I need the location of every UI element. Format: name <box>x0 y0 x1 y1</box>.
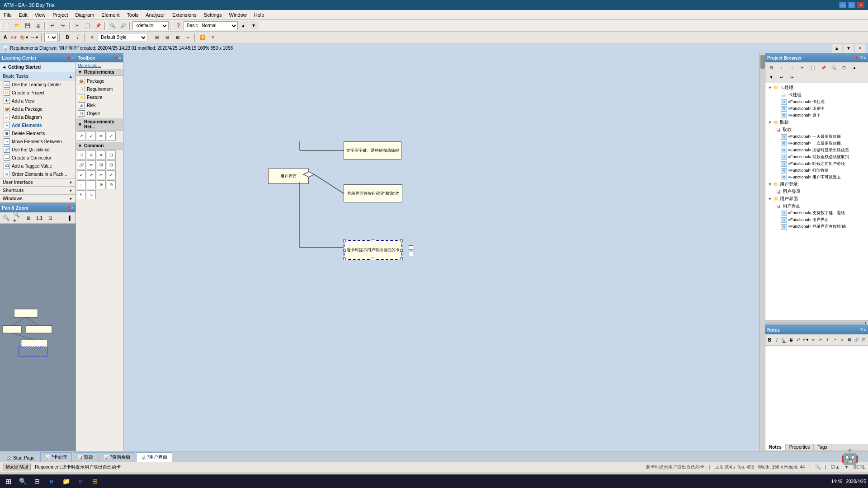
element-style-dropdown[interactable]: Default Style <box>98 33 147 42</box>
diag-tb-font-color[interactable]: A▼ <box>9 33 19 42</box>
requirements-section-header[interactable]: ▼ Requirements <box>76 69 123 76</box>
tb-common-17[interactable]: ↖ <box>77 190 86 199</box>
ext-ctrl-2[interactable] <box>409 252 413 256</box>
pz-zoom-out[interactable]: 🔍- <box>2 213 12 222</box>
tb-object[interactable]: ◻ Object <box>77 109 122 117</box>
resize-nw[interactable] <box>343 239 346 242</box>
tb-help[interactable]: ❓ <box>173 21 183 30</box>
pb-tb-4[interactable]: ✂ <box>797 63 807 72</box>
pz-pin[interactable]: 📌 <box>66 206 71 210</box>
font-size-dropdown[interactable]: 4 <box>44 33 58 42</box>
task-create-project[interactable]: 📁 Create a Project <box>0 89 75 97</box>
tb-requirement[interactable]: 📋 Requirement <box>77 85 122 93</box>
pz-zoom-in[interactable]: 🔍+ <box>13 213 23 222</box>
notes-superscript[interactable]: x² <box>795 335 802 344</box>
shortcuts-header[interactable]: Shortcuts ▼ <box>0 186 75 194</box>
tb-arrow-1[interactable]: ↗ <box>77 131 86 141</box>
btab-qukuan[interactable]: 📊 取款 <box>73 452 98 462</box>
tree-req-qukuan-2[interactable]: R »Functional» 一次最多取款额 <box>766 140 867 147</box>
expand-login[interactable]: ▼ <box>767 182 773 187</box>
task-add-view[interactable]: 👁 Add a View <box>0 97 75 105</box>
taskbar-explorer[interactable]: 📁 <box>60 475 72 487</box>
maximize-button[interactable]: □ <box>848 2 855 8</box>
resize-w[interactable] <box>343 249 346 252</box>
tb-common-3[interactable]: ≡ <box>97 150 106 160</box>
default-dropdown[interactable]: <default> <box>132 21 169 30</box>
menu-element[interactable]: Element <box>98 11 123 19</box>
notes-italic[interactable]: I <box>774 335 780 344</box>
task-add-package[interactable]: 📦 Add a Package <box>0 105 75 113</box>
menu-window[interactable]: Window <box>226 11 250 19</box>
btab-kachu[interactable]: 📊 *卡处理 <box>40 452 72 462</box>
tb-zoom-in[interactable]: 🔎 <box>118 21 128 30</box>
tb-common-12[interactable]: ⤢ <box>107 170 116 179</box>
pb-tb-3[interactable]: ↓ <box>787 63 797 72</box>
toolbox-close[interactable]: × <box>119 56 121 60</box>
taskbar-start[interactable]: ⊞ <box>2 475 14 487</box>
pb-tb-12[interactable]: ↪ <box>787 73 797 82</box>
task-create-connector[interactable]: — Create a Connector <box>0 154 75 162</box>
tb-common-10[interactable]: ↗ <box>87 170 96 179</box>
diagram-node-4[interactable]: 退卡时提示用户取出自己的卡 <box>344 240 402 260</box>
style-dropdown[interactable]: Basic - Normal <box>184 21 238 30</box>
tree-folder-login[interactable]: ▼ 📁 用户登录 <box>766 181 867 188</box>
ext-ctrl-1[interactable] <box>409 245 413 250</box>
taskbar-search[interactable]: 🔍 <box>16 475 29 487</box>
lc-pin[interactable]: 📌 <box>66 56 71 60</box>
resize-sw[interactable] <box>343 258 346 260</box>
notes-float[interactable]: ⊡ <box>859 328 863 332</box>
btab-chaxun[interactable]: 📊 *查询余额 <box>99 452 135 462</box>
tb-copy[interactable]: 📋 <box>83 21 93 30</box>
tree-req-kachu-2[interactable]: R »Functional» 识别卡 <box>766 105 867 112</box>
requirements-rel-header[interactable]: ▼ Requirements Rel... <box>76 118 123 131</box>
close-button[interactable]: × <box>857 2 864 8</box>
notes-color[interactable]: A▼ <box>802 335 810 344</box>
task-quicklinker[interactable]: 🔗 Use the Quicklinker <box>0 145 75 154</box>
tb-package[interactable]: 📦 Package <box>77 77 122 85</box>
tree-folder-qukuan[interactable]: ▼ 📁 取款 <box>766 119 867 126</box>
diag-tb-line-color[interactable]: —▼ <box>30 33 40 42</box>
lc-back[interactable]: ◄ <box>2 65 6 70</box>
taskbar-browser[interactable]: e <box>45 475 58 487</box>
diagram-area[interactable]: 文字应字键、退格键和清除键 用户界面 登录界面有按钮'确定'和'取消' 退卡时提… <box>123 53 765 451</box>
diag-tb-snap[interactable]: ⊞ <box>152 33 162 42</box>
diagram-node-1[interactable]: 文字应字键、退格键和清除键 <box>344 141 401 160</box>
pb-tb-7[interactable]: 🔍 <box>829 63 839 72</box>
resize-ne[interactable] <box>400 239 403 242</box>
diag-header-close[interactable]: × <box>855 44 865 53</box>
task-add-elements[interactable]: + Add Elements <box>0 121 75 129</box>
vertical-scrollbar[interactable] <box>760 53 765 451</box>
expand-kachu[interactable]: ▼ <box>767 85 773 90</box>
notes-underline[interactable]: U <box>781 335 788 344</box>
diagram-node-3[interactable]: 登录界面有按钮'确定'和'取消' <box>344 184 402 202</box>
pb-float[interactable]: ⊡ <box>859 56 863 60</box>
taskbar-taskview[interactable]: ⊟ <box>31 475 43 487</box>
notes-more[interactable]: ⊟ <box>860 335 867 344</box>
tb-redo[interactable]: ↪ <box>58 21 68 30</box>
notes-x2[interactable]: ⊠ <box>846 335 853 344</box>
btab-ui[interactable]: 📊 *用户界面 <box>136 452 172 462</box>
tb-common-11[interactable]: ✂ <box>97 170 106 179</box>
pz-fit[interactable]: ⊞ <box>24 213 33 222</box>
tree-req-qukuan-1[interactable]: R »Functional» 一天最多取款额 <box>766 133 867 140</box>
tree-req-ui-2[interactable]: R »Functional» 用户界面 <box>766 216 867 223</box>
notes-list-ol[interactable]: 1. <box>825 335 831 344</box>
menu-file[interactable]: File <box>0 11 15 19</box>
tb-arrow-up[interactable]: ▲ <box>238 21 248 30</box>
diag-tb-zoom-fit[interactable]: ⊠ <box>173 33 183 42</box>
menu-settings[interactable]: Settings <box>200 11 226 19</box>
tb-common-7[interactable]: ⊞ <box>97 160 106 169</box>
taskbar-ea[interactable]: ⊞ <box>89 475 101 487</box>
minimize-button[interactable]: — <box>839 2 846 8</box>
notes-tab-tags[interactable]: Tags <box>814 444 831 450</box>
tb-save[interactable]: 💾 <box>23 21 33 30</box>
tb-arrow-4[interactable]: ⤢ <box>107 131 116 141</box>
tree-elem-ui[interactable]: 📊 用户界面 <box>766 202 867 210</box>
pb-tb-10[interactable]: ▼ <box>766 73 776 82</box>
model-mail-tab[interactable]: Model Mail <box>3 464 31 470</box>
lc-close[interactable]: × <box>71 56 74 60</box>
pz-extra[interactable]: ⊡ <box>45 213 55 222</box>
diag-header-up[interactable]: ▲ <box>832 44 842 53</box>
tb-undo[interactable]: ↩ <box>47 21 57 30</box>
notes-x1[interactable]: × <box>839 335 846 344</box>
